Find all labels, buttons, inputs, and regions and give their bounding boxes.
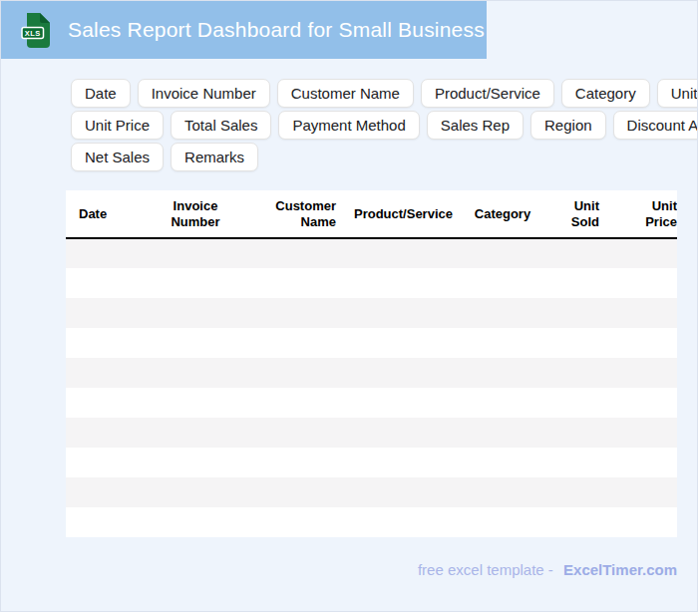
table-row [66,358,677,388]
column-header-invoice-number: Invoice Number [146,190,245,238]
table-row [66,477,677,507]
chip-row: Net SalesRemarks [71,143,697,171]
column-header-category: Category [466,190,539,238]
table-row [66,268,677,298]
chip-row: DateInvoice NumberCustomer NameProduct/S… [71,79,697,108]
column-header-date: Date [66,190,146,238]
app-header: XLS Sales Report Dashboard for Small Bus… [1,1,487,59]
chip-date[interactable]: Date [71,79,131,108]
chip-customer-name[interactable]: Customer Name [277,79,414,108]
footer: free excel template - ExcelTimer.com [1,561,697,578]
sales-table: DateInvoice NumberCustomer NameProduct/S… [66,190,677,537]
chip-payment-method[interactable]: Payment Method [278,111,419,140]
column-header-customer-name: Customer Name [245,190,341,238]
column-header-unit-price: Unit Price [604,190,677,238]
page-title: Sales Report Dashboard for Small Busines… [68,18,485,42]
table-row [66,298,677,328]
xls-icon-label: XLS [25,29,41,38]
table-body [66,238,677,537]
table-row [66,448,677,477]
table-row [66,507,677,537]
footer-brand-link[interactable]: ExcelTimer.com [563,561,677,578]
chip-discount-applied[interactable]: Discount Applied [613,111,698,140]
chip-region[interactable]: Region [530,111,606,140]
chip-invoice-number[interactable]: Invoice Number [138,79,270,108]
chip-category[interactable]: Category [561,79,650,108]
chip-unit-sold[interactable]: Unit Sold [657,79,698,108]
xls-file-icon: XLS [21,12,51,49]
table-row [66,418,677,448]
chip-unit-price[interactable]: Unit Price [71,111,164,140]
chip-sales-rep[interactable]: Sales Rep [427,111,524,140]
table-row [66,328,677,358]
chip-product-service[interactable]: Product/Service [421,79,554,108]
chip-total-sales[interactable]: Total Sales [171,111,271,140]
chip-net-sales[interactable]: Net Sales [71,143,164,171]
field-chips: DateInvoice NumberCustomer NameProduct/S… [71,79,697,171]
table-row [66,238,677,268]
column-header-product-service: Product/Service [341,190,466,238]
chip-row: Unit PriceTotal SalesPayment MethodSales… [71,111,697,140]
table-header-row: DateInvoice NumberCustomer NameProduct/S… [66,190,677,238]
table-row [66,388,677,418]
footer-text: free excel template - [418,561,553,578]
chip-remarks[interactable]: Remarks [171,143,258,171]
sales-table-container: DateInvoice NumberCustomer NameProduct/S… [66,190,677,537]
page: XLS Sales Report Dashboard for Small Bus… [0,0,698,612]
column-header-unit-sold: Unit Sold [539,190,604,238]
